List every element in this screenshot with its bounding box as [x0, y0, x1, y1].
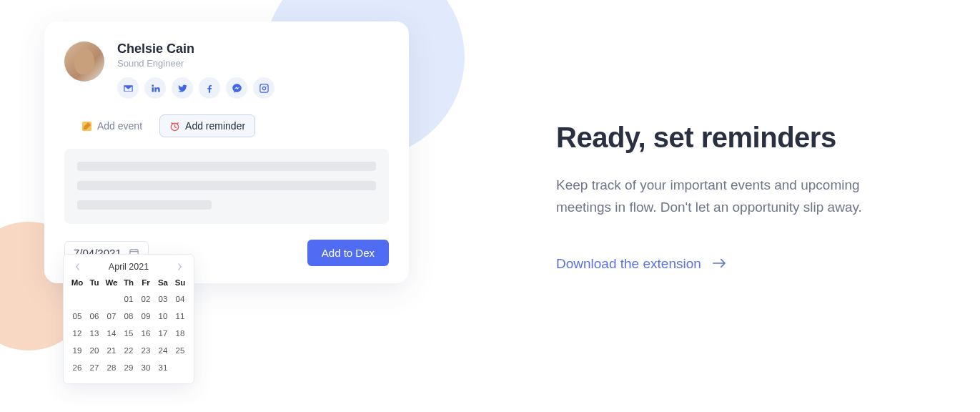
calendar-day[interactable]: 06 [86, 309, 102, 323]
note-textarea-placeholder[interactable] [64, 149, 389, 224]
avatar [64, 41, 104, 82]
add-event-label: Add event [97, 120, 142, 132]
calendar-day[interactable]: 15 [121, 326, 137, 340]
calendar-day[interactable]: 12 [69, 326, 85, 340]
hero-section: Ready, set reminders Keep track of your … [556, 122, 928, 272]
hero-subtext: Keep track of your important events and … [556, 174, 906, 219]
profile-title: Sound Engineer [117, 58, 274, 69]
calendar-dow: Tu [86, 276, 102, 289]
add-reminder-button[interactable]: Add reminder [159, 114, 255, 137]
calendar-day[interactable]: 20 [86, 343, 102, 358]
calendar-day[interactable]: 28 [104, 360, 119, 375]
calendar-day[interactable]: 13 [86, 326, 102, 340]
calendar-day[interactable]: 24 [155, 343, 171, 358]
calendar-day[interactable]: 14 [104, 326, 119, 340]
calendar-day[interactable]: 03 [155, 292, 171, 306]
email-icon[interactable] [117, 77, 139, 99]
hero-heading: Ready, set reminders [556, 122, 928, 154]
calendar-day[interactable]: 26 [69, 360, 85, 375]
placeholder-line [77, 181, 376, 190]
calendar-day[interactable]: 09 [138, 309, 154, 323]
profile-name: Chelsie Cain [117, 41, 274, 57]
calendar-day[interactable]: 21 [104, 343, 119, 358]
calendar-day[interactable]: 01 [121, 292, 137, 306]
calendar-dow: Su [172, 276, 188, 289]
calendar-day[interactable]: 29 [121, 360, 137, 375]
calendar-day[interactable]: 23 [138, 343, 154, 358]
calendar-day[interactable]: 02 [138, 292, 154, 306]
calendar-day[interactable]: 07 [104, 309, 119, 323]
calendar-day[interactable]: 04 [172, 292, 188, 306]
calendar-day[interactable]: 25 [172, 343, 188, 358]
calendar-day[interactable]: 05 [69, 309, 85, 323]
calendar-day[interactable]: 10 [155, 309, 171, 323]
calendar-day[interactable]: 11 [172, 309, 188, 323]
calendar-day[interactable]: 16 [138, 326, 154, 340]
contact-card: Chelsie Cain Sound Engineer [44, 21, 409, 283]
next-month-button[interactable] [175, 262, 185, 272]
calendar-dow: Fr [138, 276, 154, 289]
calendar-month-label: April 2021 [109, 262, 149, 272]
calendar-day[interactable]: 31 [155, 360, 171, 375]
date-picker-popover: April 2021 MoTuWeThFrSaSu010203040506070… [63, 254, 194, 384]
add-event-button[interactable]: Add event [71, 114, 152, 137]
add-to-dex-button[interactable]: Add to Dex [307, 240, 389, 266]
facebook-icon[interactable] [199, 77, 220, 99]
download-cta-label: Download the extension [556, 256, 701, 272]
calendar-day[interactable]: 27 [86, 360, 102, 375]
messenger-icon[interactable] [226, 77, 247, 99]
calendar-day[interactable]: 30 [138, 360, 154, 375]
calendar-dow: We [104, 276, 119, 289]
add-reminder-label: Add reminder [185, 120, 245, 132]
calendar-dow: Mo [69, 276, 85, 289]
calendar-day[interactable]: 19 [69, 343, 85, 358]
placeholder-line [77, 162, 376, 171]
instagram-icon[interactable] [253, 77, 274, 99]
placeholder-line [77, 200, 212, 210]
alarm-clock-icon [169, 121, 180, 132]
calendar-day[interactable]: 22 [121, 343, 137, 358]
calendar-dow: Sa [155, 276, 171, 289]
calendar-day[interactable]: 08 [121, 309, 137, 323]
calendar-day[interactable]: 17 [155, 326, 171, 340]
arrow-right-icon [713, 256, 726, 272]
download-extension-link[interactable]: Download the extension [556, 256, 726, 272]
calendar-dow: Th [121, 276, 137, 289]
calendar-day[interactable]: 18 [172, 326, 188, 340]
linkedin-icon[interactable] [144, 77, 166, 99]
twitter-icon[interactable] [172, 77, 193, 99]
prev-month-button[interactable] [72, 262, 82, 272]
note-icon [81, 121, 92, 132]
